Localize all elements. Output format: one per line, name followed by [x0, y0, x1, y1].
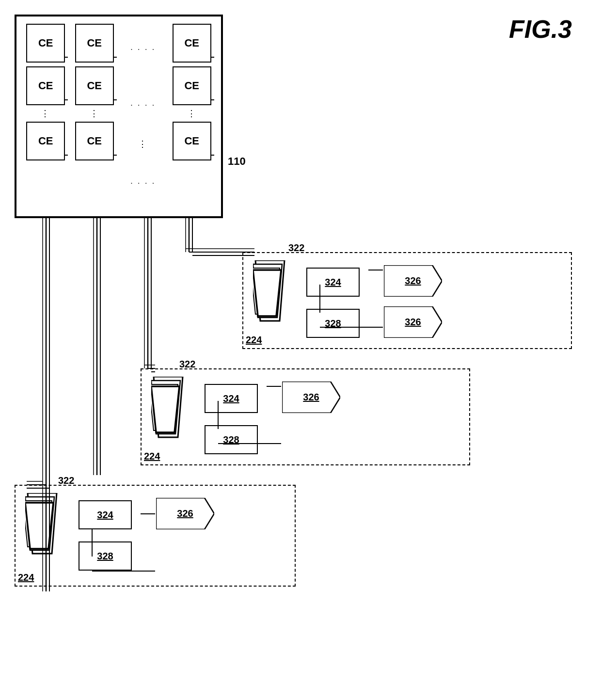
box-328-1: 328 [306, 309, 360, 338]
ce-col-1-dots: ⋮ [41, 109, 50, 118]
svg-marker-14 [25, 503, 53, 549]
ce-box-2-3: CE [75, 122, 114, 160]
box-324-2: 324 [205, 384, 258, 413]
funnel-3 [25, 493, 59, 556]
module-2: 324 326 328 224 [141, 368, 470, 465]
module-3-inner: 324 326 328 224 [16, 486, 295, 586]
label-322-1: 322 [288, 242, 304, 254]
module-1: 324 326 328 326 224 [242, 252, 572, 349]
ce-box-n-2: CE [173, 66, 211, 105]
box-324-1: 324 [306, 268, 360, 297]
ce-box-2-2: CE [75, 66, 114, 105]
box-324-3: 324 [79, 500, 132, 529]
ce-box-n-3: CE [173, 122, 211, 160]
label-110: 110 [228, 155, 246, 168]
label-224-1: 224 [246, 334, 262, 346]
module-2-inner: 324 326 328 224 [142, 369, 469, 464]
ce-col-n-dots: ⋮ [187, 109, 197, 118]
ce-col-2: CE CE ⋮ CE [73, 24, 117, 209]
module-3: 324 326 328 224 [15, 485, 296, 587]
ce-box-2-1: CE [75, 24, 114, 63]
ce-box-n-1: CE [173, 24, 211, 63]
ce-hdots-2: · · · · [130, 80, 156, 131]
ce-box-1-3: CE [26, 122, 65, 160]
box-326-1b: 326 [384, 306, 442, 338]
funnel-1 [253, 260, 287, 323]
label-224-2: 224 [144, 451, 160, 462]
module-1-inner: 324 326 328 326 224 [243, 253, 571, 348]
label-322-3: 322 [58, 475, 74, 486]
ce-col-dots: · · · · · · · · ⋮ · · · · [121, 24, 165, 209]
ce-col-n: CE CE ⋮ CE [170, 24, 214, 209]
ce-grid-container: CE CE ⋮ CE CE CE ⋮ CE · · · · · · · · ⋮ … [15, 15, 223, 218]
ce-vdots-mid: ⋮ [138, 140, 148, 148]
label-224-3: 224 [18, 572, 34, 583]
ce-col-1: CE CE ⋮ CE [24, 24, 68, 209]
svg-marker-3 [253, 270, 281, 316]
ce-hdots-1: · · · · [130, 24, 156, 76]
ce-box-1-1: CE [26, 24, 65, 63]
ce-hdots-3: · · · · [130, 157, 156, 209]
svg-marker-9 [151, 386, 179, 432]
box-326-1: 326 [384, 265, 442, 297]
box-328-2: 328 [205, 425, 258, 454]
label-322-2: 322 [179, 359, 195, 370]
figure-title: FIG.3 [509, 15, 572, 44]
funnel-2 [151, 377, 185, 440]
box-326-3: 326 [156, 498, 214, 529]
ce-box-1-2: CE [26, 66, 65, 105]
ce-columns: CE CE ⋮ CE CE CE ⋮ CE · · · · · · · · ⋮ … [24, 24, 214, 209]
ce-col-2-dots: ⋮ [90, 109, 99, 118]
box-326-2: 326 [282, 382, 340, 413]
box-328-3: 328 [79, 541, 132, 571]
